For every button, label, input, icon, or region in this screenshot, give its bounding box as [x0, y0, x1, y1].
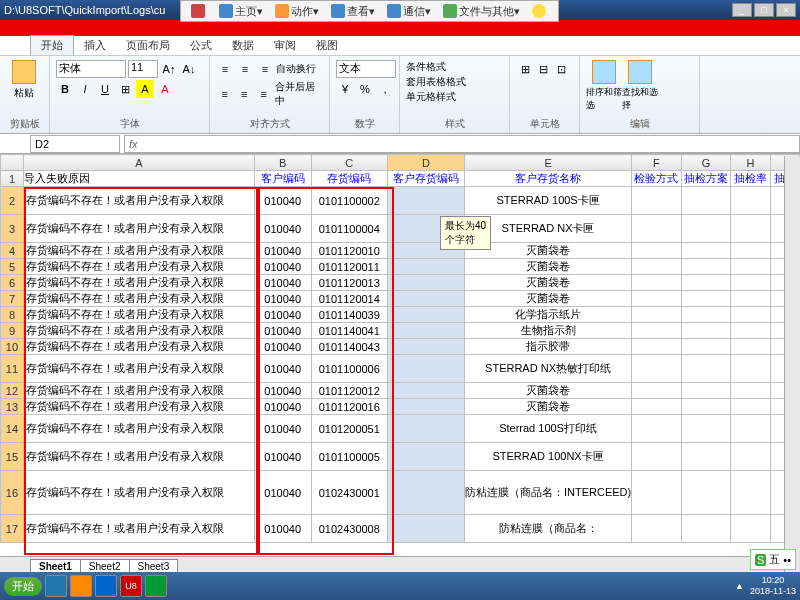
cell[interactable] — [681, 415, 731, 443]
cell[interactable] — [388, 471, 465, 515]
col-header-F[interactable]: F — [632, 155, 682, 171]
header-cell[interactable]: 存货编码 — [311, 171, 387, 187]
cell[interactable] — [632, 339, 682, 355]
cell[interactable] — [731, 187, 770, 215]
cell[interactable]: 灭菌袋卷 — [464, 259, 631, 275]
row-header-1[interactable]: 1 — [1, 171, 24, 187]
cell[interactable] — [388, 383, 465, 399]
row-header[interactable]: 10 — [1, 339, 24, 355]
tab-home[interactable]: 开始 — [30, 35, 74, 55]
row-header[interactable]: 8 — [1, 307, 24, 323]
cell[interactable]: 存货编码不存在！或者用户没有录入权限 — [23, 187, 254, 215]
number-format-select[interactable]: 文本 — [336, 60, 396, 78]
grid-area[interactable]: A B C D E F G H I 1 导入失败原因 客户编码 存货编码 客户存… — [0, 154, 800, 556]
percent-button[interactable]: % — [356, 80, 374, 98]
cell[interactable] — [731, 323, 770, 339]
cell[interactable]: 0101120014 — [311, 291, 387, 307]
table-format-button[interactable]: 套用表格格式 — [406, 75, 466, 89]
header-cell[interactable]: 抽检方案 — [681, 171, 731, 187]
col-header-H[interactable]: H — [731, 155, 770, 171]
header-cell[interactable]: 检验方式 — [632, 171, 682, 187]
cell[interactable] — [731, 383, 770, 399]
cell[interactable] — [681, 243, 731, 259]
col-header-C[interactable]: C — [311, 155, 387, 171]
cell[interactable] — [632, 307, 682, 323]
remote-smile[interactable] — [532, 4, 548, 18]
remote-view[interactable]: 查看▾ — [331, 4, 375, 19]
cell[interactable]: 生物指示剂 — [464, 323, 631, 339]
cell[interactable]: STERRAD NX热敏打印纸 — [464, 355, 631, 383]
sort-filter-button[interactable]: 排序和筛选 — [586, 60, 622, 112]
insert-cell-button[interactable]: ⊞ — [516, 60, 534, 78]
tray-icon[interactable]: ▲ — [735, 581, 744, 591]
cell[interactable]: 010040 — [254, 259, 311, 275]
cell[interactable]: 010040 — [254, 323, 311, 339]
cell[interactable] — [731, 415, 770, 443]
cell[interactable]: 010040 — [254, 383, 311, 399]
close-button[interactable]: × — [776, 3, 796, 17]
find-select-button[interactable]: 查找和选择 — [622, 60, 658, 112]
remote-action[interactable]: 动作▾ — [275, 4, 319, 19]
cell[interactable] — [731, 515, 770, 543]
cell[interactable] — [632, 383, 682, 399]
taskbar-app-3[interactable] — [95, 575, 117, 597]
cell[interactable] — [681, 339, 731, 355]
cell[interactable] — [731, 291, 770, 307]
taskbar-app-4[interactable]: U8 — [120, 575, 142, 597]
cell[interactable]: 010040 — [254, 275, 311, 291]
cell[interactable] — [731, 339, 770, 355]
maximize-button[interactable]: □ — [754, 3, 774, 17]
cell[interactable] — [632, 259, 682, 275]
cell[interactable]: 存货编码不存在！或者用户没有录入权限 — [23, 275, 254, 291]
cell[interactable]: 存货编码不存在！或者用户没有录入权限 — [23, 415, 254, 443]
bold-button[interactable]: B — [56, 80, 74, 98]
cell[interactable] — [388, 275, 465, 291]
remote-home[interactable]: 主页▾ — [219, 4, 263, 19]
cell[interactable]: 存货编码不存在！或者用户没有录入权限 — [23, 339, 254, 355]
cell[interactable] — [388, 399, 465, 415]
ime-bar[interactable]: S 五 •• — [750, 549, 796, 570]
remote-files[interactable]: 文件与其他▾ — [443, 4, 520, 19]
cell[interactable] — [731, 259, 770, 275]
row-header[interactable]: 15 — [1, 443, 24, 471]
cell[interactable] — [632, 355, 682, 383]
name-box[interactable]: D2 — [30, 135, 120, 153]
header-cell[interactable]: 客户存货名称 — [464, 171, 631, 187]
cell[interactable] — [731, 355, 770, 383]
cell[interactable] — [731, 443, 770, 471]
formula-input[interactable]: fx — [124, 135, 800, 153]
cell[interactable] — [681, 399, 731, 415]
format-cell-button[interactable]: ⊡ — [552, 60, 570, 78]
cell[interactable]: 010040 — [254, 339, 311, 355]
italic-button[interactable]: I — [76, 80, 94, 98]
comma-button[interactable]: , — [376, 80, 394, 98]
remote-close[interactable] — [191, 4, 207, 18]
cell[interactable] — [681, 307, 731, 323]
spreadsheet-grid[interactable]: A B C D E F G H I 1 导入失败原因 客户编码 存货编码 客户存… — [0, 154, 800, 543]
cell[interactable]: 010040 — [254, 291, 311, 307]
tab-insert[interactable]: 插入 — [74, 36, 116, 55]
cell[interactable] — [632, 215, 682, 243]
cell[interactable] — [388, 515, 465, 543]
row-header[interactable]: 16 — [1, 471, 24, 515]
cell[interactable]: 灭菌袋卷 — [464, 291, 631, 307]
cell[interactable] — [681, 187, 731, 215]
cell[interactable] — [731, 243, 770, 259]
tab-view[interactable]: 视图 — [306, 36, 348, 55]
cell[interactable]: 存货编码不存在！或者用户没有录入权限 — [23, 443, 254, 471]
cell[interactable] — [388, 415, 465, 443]
cell[interactable]: 0101100002 — [311, 187, 387, 215]
col-header-G[interactable]: G — [681, 155, 731, 171]
cell[interactable] — [388, 355, 465, 383]
cell[interactable] — [632, 443, 682, 471]
paste-button[interactable]: 粘贴 — [6, 60, 42, 100]
align-center-button[interactable]: ≡ — [236, 85, 254, 103]
cell[interactable] — [731, 275, 770, 291]
cell[interactable] — [388, 339, 465, 355]
cell[interactable] — [632, 243, 682, 259]
align-right-button[interactable]: ≡ — [255, 85, 273, 103]
cell[interactable]: 010040 — [254, 399, 311, 415]
remote-comm[interactable]: 通信▾ — [387, 4, 431, 19]
taskbar-app-2[interactable] — [70, 575, 92, 597]
col-header-A[interactable]: A — [23, 155, 254, 171]
